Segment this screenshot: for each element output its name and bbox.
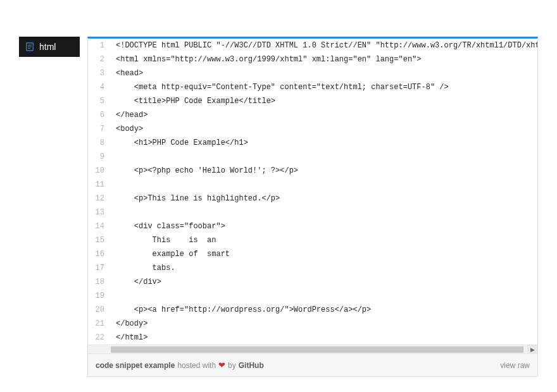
horizontal-scrollbar[interactable]: ▶ [88,345,537,353]
line-number: 7 [88,122,104,136]
line-number: 20 [88,303,104,317]
code-line: This is an [111,233,537,247]
line-number: 2 [88,52,104,66]
line-number: 9 [88,150,104,164]
code-content[interactable]: <!DOCTYPE html PUBLIC "-//W3C//DTD XHTML… [111,39,537,345]
code-line: <h1>PHP Code Example</h1> [111,136,537,150]
code-line [111,289,537,303]
code-line: <head> [111,66,537,80]
line-number: 13 [88,205,104,219]
code-line: <p><?php echo 'Hello World!'; ?></p> [111,164,537,178]
line-number: 14 [88,219,104,233]
code-line: <html xmlns="http://www.w3.org/1999/xhtm… [111,52,537,66]
line-number: 11 [88,178,104,192]
line-number: 5 [88,94,104,108]
line-number: 15 [88,233,104,247]
code-line: <meta http-equiv="Content-Type" content=… [111,80,537,94]
code-line [111,205,537,219]
line-number: 22 [88,331,104,345]
code-panel: 12345678910111213141516171819202122 <!DO… [87,37,538,377]
code-line: <title>PHP Code Example</title> [111,94,537,108]
hosted-text: hosted with [177,361,216,370]
code-line: </html> [111,331,537,345]
code-line: <div class="foobar"> [111,219,537,233]
line-number: 21 [88,317,104,331]
scrollbar-thumb[interactable] [111,346,523,353]
line-number: 10 [88,164,104,178]
view-raw-link[interactable]: view raw [500,361,530,370]
code-line: example of smart [111,247,537,261]
code-line: </head> [111,108,537,122]
line-number: 8 [88,136,104,150]
code-line: tabs. [111,261,537,275]
github-link[interactable]: GitHub [239,361,264,370]
line-number: 12 [88,192,104,205]
code-line: <body> [111,122,537,136]
line-number: 6 [88,108,104,122]
line-number: 17 [88,261,104,275]
line-number: 18 [88,275,104,289]
chevron-right-icon: ▶ [530,346,535,353]
code-line [111,150,537,164]
line-number: 3 [88,66,104,80]
gist-footer: code snippet example hosted with ❤ by Gi… [88,353,537,376]
snippet-title[interactable]: code snippet example [96,361,175,370]
tab-label: html [39,42,56,52]
file-icon [25,42,34,51]
line-number: 4 [88,80,104,94]
code-line [111,178,537,192]
line-number-gutter: 12345678910111213141516171819202122 [88,39,111,345]
heart-icon: ❤ [218,360,225,370]
code-line: </body> [111,317,537,331]
code-line: <p><a href="http://wordpress.org/">WordP… [111,303,537,317]
line-number: 1 [88,39,104,52]
code-line: </div> [111,275,537,289]
line-number: 19 [88,289,104,303]
tab-html[interactable]: html [19,37,80,57]
scroll-right-button[interactable]: ▶ [527,345,537,354]
by-text: by [228,361,236,370]
code-line: <!DOCTYPE html PUBLIC "-//W3C//DTD XHTML… [111,39,537,52]
code-line: <p>This line is highlighted.</p> [111,192,537,205]
line-number: 16 [88,247,104,261]
